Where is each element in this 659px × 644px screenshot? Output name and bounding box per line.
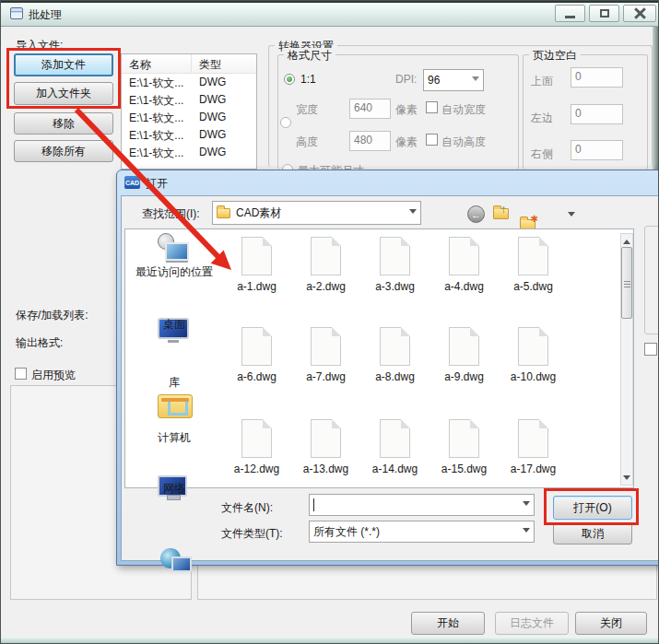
cell-type: DWG (192, 109, 226, 126)
batch-process-window: 批处理 导入文件: 添加文件 加入文件夹 移除 移除所有 保存/加载列表: 输出… (0, 0, 659, 644)
table-row[interactable]: E:\1-软文...DWG (122, 109, 256, 126)
up-one-level-icon[interactable]: ↑ (493, 208, 509, 219)
column-header-name[interactable]: 名称 (122, 54, 192, 73)
auto-width-checkbox[interactable] (426, 101, 438, 113)
file-name-input[interactable] (309, 494, 535, 516)
file-type-value: 所有文件 (*.*) (313, 524, 380, 540)
network-icon[interactable] (160, 548, 181, 568)
ratio-label: 1:1 (300, 73, 316, 86)
column-header-type[interactable]: 类型 (192, 54, 221, 73)
file-item[interactable]: a-1.dwg (222, 237, 291, 296)
close-button[interactable] (623, 5, 656, 22)
scrollbar-thumb[interactable] (621, 247, 632, 319)
file-item[interactable]: a-15.dwg (430, 419, 499, 478)
file-label: a-2.dwg (306, 280, 346, 293)
file-item[interactable]: a-17.dwg (499, 419, 568, 478)
look-in-combo[interactable]: CAD素材 (212, 201, 421, 225)
window-title: 批处理 (29, 7, 62, 23)
height-input[interactable]: 480 (349, 131, 391, 151)
window-right-edge (653, 27, 659, 170)
dwg-file-icon (311, 327, 341, 366)
page-margins-label: 页边空白 (529, 48, 581, 64)
dwg-file-icon (449, 419, 479, 458)
sidebar-item-recent-places[interactable]: 最近访问的位置 (125, 264, 223, 280)
scroll-up-icon[interactable] (621, 234, 632, 245)
remove-button[interactable]: 移除 (14, 112, 113, 135)
margin-right-input[interactable]: 0 (571, 140, 623, 160)
margin-top-input[interactable]: 0 (571, 67, 623, 88)
dpi-combo[interactable]: 96 (423, 69, 484, 91)
file-item[interactable]: a-6.dwg (222, 327, 291, 386)
file-item[interactable]: a-8.dwg (360, 327, 430, 386)
width-input[interactable]: 640 (349, 99, 391, 119)
file-item[interactable]: a-13.dwg (291, 419, 360, 478)
close-window-button[interactable]: 关闭 (575, 612, 647, 635)
file-label: a-10.dwg (511, 370, 556, 383)
enable-preview-checkbox[interactable] (15, 368, 27, 380)
height-label: 高度 (296, 135, 318, 150)
file-item[interactable]: a-3.dwg (360, 237, 430, 296)
dwg-file-icon (449, 237, 479, 275)
sidebar-item-computer[interactable]: 计算机 (125, 430, 223, 446)
dpi-label: DPI: (395, 73, 417, 86)
sidebar-item-network[interactable]: 网络 (125, 481, 223, 497)
imported-files-table[interactable]: 名称 类型 E:\1-软文...DWG E:\1-软文...DWG E:\1-软… (121, 53, 257, 170)
file-label: a-5.dwg (513, 280, 553, 293)
back-icon[interactable]: ← (467, 205, 485, 223)
auto-height-checkbox[interactable] (426, 134, 438, 146)
file-item[interactable]: a-7.dwg (291, 327, 360, 386)
log-file-button[interactable]: 日志文件 (495, 612, 569, 635)
ratio-radio[interactable] (284, 74, 295, 85)
scroll-down-icon[interactable] (621, 474, 632, 485)
sidebar-item-libraries[interactable]: 库 (125, 375, 223, 391)
custom-size-radio[interactable] (280, 117, 291, 128)
remove-all-button[interactable]: 移除所有 (14, 140, 113, 162)
libraries-icon[interactable] (158, 394, 193, 418)
start-button[interactable]: 开始 (411, 612, 485, 635)
width-label: 宽度 (296, 102, 318, 118)
file-item[interactable]: a-9.dwg (430, 327, 499, 386)
read-only-checkbox-partial[interactable] (644, 343, 657, 356)
file-type-combo[interactable]: 所有文件 (*.*) (309, 521, 535, 543)
dwg-file-icon (311, 419, 341, 458)
file-item[interactable]: a-4.dwg (430, 237, 499, 296)
recent-places-icon[interactable] (156, 233, 191, 263)
file-label: a-1.dwg (237, 280, 277, 293)
file-item[interactable]: a-10.dwg (499, 327, 568, 386)
table-row[interactable]: E:\1-软文...DWG (122, 144, 256, 161)
dwg-file-icon (241, 237, 272, 275)
table-row[interactable]: E:\1-软文...DWG (122, 126, 256, 144)
margin-right-label: 右侧 (531, 146, 553, 162)
file-item[interactable]: a-2.dwg (291, 237, 360, 296)
auto-height-label: 自动高度 (441, 135, 486, 150)
cancel-button[interactable]: 取消 (553, 522, 632, 544)
file-label: a-4.dwg (444, 280, 484, 293)
file-item[interactable]: a-5.dwg (499, 237, 568, 296)
cell-name: E:\1-软文... (122, 74, 192, 91)
file-type-label: 文件类型(T): (221, 526, 283, 542)
dialog-title: 打开 (146, 176, 168, 192)
maximize-button[interactable] (589, 5, 619, 22)
table-row[interactable]: E:\1-软文...DWG (122, 91, 256, 109)
margin-left-input[interactable]: 0 (571, 104, 623, 124)
margin-left-label: 左边 (531, 111, 553, 126)
look-in-value: CAD素材 (236, 205, 281, 221)
minimize-button[interactable] (555, 5, 585, 22)
cell-name: E:\1-软文... (122, 144, 192, 161)
sidebar-item-desktop[interactable]: 桌面 (125, 317, 223, 333)
file-label: a-7.dwg (306, 370, 346, 383)
look-in-label: 查找范围(I): (142, 206, 200, 222)
file-item[interactable]: a-14.dwg (360, 419, 430, 478)
file-list-scrollbar[interactable] (620, 233, 633, 486)
cell-type: DWG (192, 126, 226, 144)
table-row[interactable]: E:\1-软文...DWG (122, 74, 256, 91)
app-icon (10, 7, 23, 19)
view-menu-caret-icon[interactable] (568, 212, 575, 220)
file-item[interactable]: a-12.dwg (222, 419, 291, 478)
file-list-area: 最近访问的位置 桌面 库 计算机 网络 a-1.dwg a-2.dwg a-3.… (124, 228, 634, 488)
cell-type: DWG (192, 144, 226, 161)
thumb-grip (624, 281, 630, 282)
file-type-dropdown-icon (523, 528, 530, 536)
dpi-value: 96 (428, 74, 440, 87)
cell-name: E:\1-软文... (122, 109, 192, 126)
